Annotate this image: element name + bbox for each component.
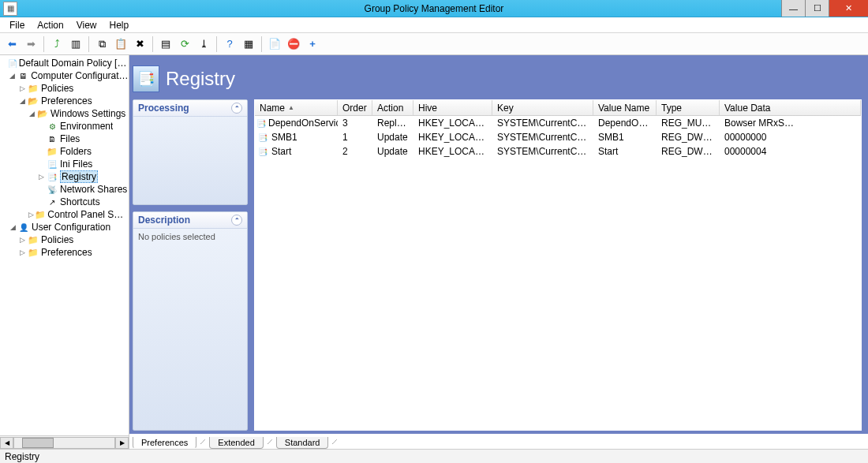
list-body[interactable]: 📑DependOnService3ReplaceHKEY_LOCAL_MAC…S… [255,116,861,430]
tree-network-shares[interactable]: Network Shares [0,183,129,196]
tree-comp-policies[interactable]: ▷ Policies [0,82,129,95]
tree-shortcuts[interactable]: Shortcuts [0,196,129,208]
environment-icon [46,121,58,132]
cell-name: 📑Start [255,145,338,158]
table-row[interactable]: 📑Start2UpdateHKEY_LOCAL_MAC…SYSTEM\Curre… [255,144,861,159]
side-panels: Processing ⌃ Description ⌃ No policies s… [133,99,248,431]
scroll-right-button[interactable]: ▶ [115,437,129,449]
cell-key: SYSTEM\CurrentControlS… [492,131,593,144]
export-button[interactable]: ⤓ [195,35,212,53]
tree-environment[interactable]: Environment [0,120,129,133]
expander-icon[interactable]: ◢ [27,110,36,118]
expander-icon[interactable]: ▷ [27,211,35,218]
cell-key: SYSTEM\CurrentControlS… [492,145,593,158]
tree-comp-preferences[interactable]: ◢ Preferences [0,95,129,107]
help-button[interactable]: ? [221,35,238,53]
toolbar-sep [261,36,262,52]
col-order[interactable]: Order [338,100,372,115]
cell-order: 3 [338,117,372,129]
refresh-button[interactable]: ⟳ [176,35,193,53]
collapse-icon[interactable]: ⌃ [231,215,242,226]
expander-icon[interactable]: ▷ [36,173,46,181]
copy-button[interactable]: ⧉ [93,35,110,53]
back-button[interactable]: ⬅ [3,35,21,53]
tree-user-configuration[interactable]: ◢ User Configuration [0,221,129,233]
up-button[interactable]: ⤴ [48,35,65,53]
tree-computer-configuration[interactable]: ◢ Computer Configuration [0,69,129,82]
delete-button[interactable]: ✖ [131,35,148,53]
minimize-button[interactable]: — [781,0,805,17]
col-value-data[interactable]: Value Data [720,100,861,115]
expander-icon[interactable]: ◢ [8,223,17,231]
cell-key: SYSTEM\CurrentControlS… [492,117,593,129]
registry-item-icon: 📑 [256,146,269,157]
menu-file[interactable]: File [3,18,31,32]
add-button[interactable]: + [304,35,321,53]
show-hide-tree-button[interactable]: ▥ [67,35,84,53]
col-label: Name [260,103,285,114]
shortcut-icon [46,196,58,207]
cell-name: 📑DependOnService [255,117,338,129]
tree-root[interactable]: Default Domain Policy [DC02.C… [0,57,129,69]
col-key[interactable]: Key [492,100,593,115]
paste-button[interactable]: 📋 [112,35,129,53]
col-action[interactable]: Action [372,100,413,115]
scroll-track[interactable] [13,437,115,449]
col-type[interactable]: Type [657,100,720,115]
menu-view[interactable]: View [70,18,103,32]
tab-sep: ⟋ [196,436,209,447]
tab-standard[interactable]: Standard [276,437,329,449]
tab-preferences[interactable]: Preferences [133,437,196,449]
folder-icon [27,95,39,106]
tree-user-preferences[interactable]: ▷ Preferences [0,246,129,259]
tab-extended[interactable]: Extended [209,437,263,449]
files-icon [46,133,58,144]
maximize-button[interactable]: ☐ [805,0,829,17]
tree-horizontal-scrollbar[interactable]: ◀ ▶ [0,435,129,449]
bottom-tabs: Preferences ⟋ Extended ⟋ Standard ⟋ [129,434,868,449]
registry-list: Name▲ Order Action Hive Key Value Name T… [254,99,862,431]
scroll-thumb[interactable] [22,438,54,448]
table-row[interactable]: 📑DependOnService3ReplaceHKEY_LOCAL_MAC…S… [255,116,861,130]
cell-order: 2 [338,145,372,158]
menu-help[interactable]: Help [103,18,136,32]
tree-control-panel-settings[interactable]: ▷ Control Panel Settings [0,208,129,221]
stop-button[interactable]: ⛔ [285,35,302,53]
description-panel: Description ⌃ No policies selected [133,211,248,431]
expander-icon[interactable]: ▷ [17,84,27,92]
col-name[interactable]: Name▲ [255,100,338,115]
tree-registry[interactable]: ▷ Registry [0,170,129,183]
tree-windows-settings[interactable]: ◢ Windows Settings [0,107,129,120]
tree-label: Preferences [41,247,92,258]
tab-sep: ⟋ [264,436,276,447]
close-button[interactable]: ✕ [829,0,868,17]
content-title: Registry [166,68,235,90]
cell-type: REG_DWORD [657,131,720,144]
tree-label: Computer Configuration [31,70,129,81]
toolbar-sep [152,36,153,52]
forward-button[interactable]: ➡ [22,35,39,53]
tree-label: Registry [60,170,98,183]
expander-icon[interactable]: ◢ [17,97,27,105]
collapse-icon[interactable]: ⌃ [231,103,242,114]
list-header: Name▲ Order Action Hive Key Value Name T… [255,100,861,116]
tree-files[interactable]: Files [0,133,129,145]
options-button[interactable]: ▦ [240,35,257,53]
cell-type: REG_MULTI_SZ [657,117,720,129]
tree-folders[interactable]: Folders [0,145,129,158]
expander-icon[interactable]: ▷ [17,248,27,256]
scroll-left-button[interactable]: ◀ [0,437,13,449]
expander-icon[interactable]: ◢ [8,72,17,80]
tree-user-policies[interactable]: ▷ Policies [0,233,129,246]
table-row[interactable]: 📑SMB11UpdateHKEY_LOCAL_MAC…SYSTEM\Curren… [255,130,861,144]
status-bar: Registry [0,449,868,463]
properties-button[interactable]: ▤ [157,35,174,53]
navigation-tree[interactable]: Default Domain Policy [DC02.C… ◢ Compute… [0,55,129,435]
col-hive[interactable]: Hive [413,100,492,115]
tree-ini-files[interactable]: Ini Files [0,158,129,170]
col-value-name[interactable]: Value Name [593,100,657,115]
folder-icon [27,234,39,245]
new-item-button[interactable]: 📄 [266,35,283,53]
menu-action[interactable]: Action [31,18,69,32]
expander-icon[interactable]: ▷ [17,236,27,244]
